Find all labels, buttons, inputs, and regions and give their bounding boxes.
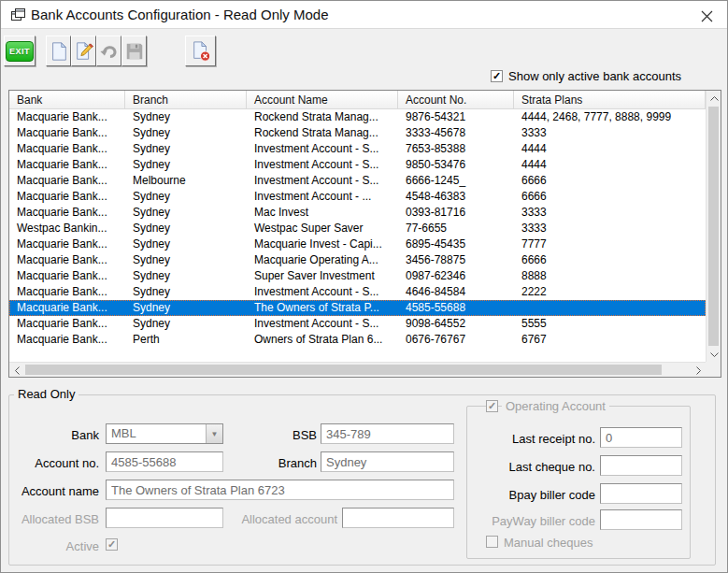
- cell-account: 4585-55688: [398, 300, 514, 316]
- active-label: Active: [20, 539, 99, 553]
- bank-value: MBL: [107, 424, 206, 443]
- cell-name: The Owners of Strata P...: [247, 300, 398, 316]
- show-active-label: Show only active bank accounts: [508, 69, 681, 83]
- table-row[interactable]: Macquarie Bank...SydneyThe Owners of Str…: [9, 300, 706, 316]
- column-header[interactable]: Branch: [125, 91, 247, 109]
- cell-branch: Melbourne: [125, 173, 247, 189]
- cell-plans: 8888: [514, 268, 706, 284]
- cell-account: 4548-46383: [398, 189, 514, 205]
- edit-button[interactable]: [71, 36, 96, 66]
- new-button[interactable]: [46, 36, 71, 66]
- account-name-field[interactable]: [106, 480, 454, 500]
- scroll-right-icon[interactable]: [691, 363, 706, 378]
- payway-biller-label: PayWay biller code: [473, 514, 595, 528]
- cell-bank: Macquarie Bank...: [9, 205, 125, 221]
- cell-account: 9876-54321: [398, 109, 514, 125]
- cell-account: 4646-84584: [398, 284, 514, 300]
- cell-account: 0393-81716: [398, 205, 514, 221]
- table-row[interactable]: Macquarie Bank...SydneyInvestment Accoun…: [9, 141, 706, 157]
- cell-plans: 7777: [514, 236, 706, 252]
- last-receipt-field[interactable]: [600, 427, 682, 448]
- cell-plans: 2222: [514, 284, 706, 300]
- scroll-left-icon[interactable]: [9, 363, 24, 378]
- payway-biller-field[interactable]: [600, 509, 682, 530]
- table-header: BankBranchAccount NameAccount No.Strata …: [9, 91, 706, 109]
- cell-bank: Macquarie Bank...: [9, 300, 125, 316]
- toolbar-group: [46, 36, 147, 66]
- table-row[interactable]: Macquarie Bank...SydneyInvestment Accoun…: [9, 157, 706, 173]
- cell-plans: 3333: [514, 205, 706, 221]
- close-button[interactable]: [696, 6, 717, 26]
- cell-name: Investment Account - S...: [247, 141, 398, 157]
- active-checkbox[interactable]: [106, 538, 118, 551]
- delete-button[interactable]: [185, 36, 216, 66]
- bsb-field[interactable]: [321, 423, 454, 444]
- table-row[interactable]: Macquarie Bank...PerthOwners of Strata P…: [9, 332, 706, 348]
- bpay-biller-field[interactable]: [600, 483, 682, 504]
- exit-button[interactable]: EXIT: [4, 36, 36, 66]
- table-row[interactable]: Macquarie Bank...SydneyMacquarie Invest …: [9, 236, 706, 252]
- cell-name: Westpac Super Saver: [247, 221, 398, 236]
- table-row[interactable]: Macquarie Bank...SydneyMac Invest0393-81…: [9, 205, 706, 221]
- cell-account: 9098-64552: [398, 316, 514, 332]
- cell-name: Investment Account - S...: [247, 284, 398, 300]
- cell-bank: Macquarie Bank...: [9, 141, 125, 157]
- cell-plans: 4444: [514, 141, 706, 157]
- manual-cheques-label: Manual cheques: [504, 536, 616, 550]
- manual-cheques-checkbox[interactable]: [486, 536, 498, 548]
- cell-bank: Macquarie Bank...: [9, 157, 125, 173]
- cell-plans: 5555: [514, 316, 706, 332]
- bpay-biller-label: Bpay biller code: [478, 488, 595, 502]
- table-row[interactable]: Westpac Bankin...SydneyWestpac Super Sav…: [9, 221, 706, 236]
- cell-account: 6895-45435: [398, 236, 514, 252]
- delete-icon: [191, 41, 211, 62]
- account-name-label: Account name: [14, 484, 99, 498]
- cell-branch: Sydney: [125, 236, 247, 252]
- account-no-field[interactable]: [106, 451, 223, 472]
- horizontal-scrollbar[interactable]: [9, 362, 706, 377]
- cell-branch: Sydney: [125, 268, 247, 284]
- cell-name: Owners of Strata Plan 6...: [247, 332, 398, 348]
- vertical-scrollbar[interactable]: [706, 91, 721, 362]
- chevron-down-icon[interactable]: ▼: [206, 424, 222, 443]
- show-active-checkbox[interactable]: [491, 70, 503, 82]
- allocated-account-label: Allocated account: [225, 512, 337, 526]
- cell-account: 3456-78875: [398, 252, 514, 268]
- undo-button[interactable]: [96, 36, 121, 66]
- operating-account-checkbox[interactable]: [486, 400, 498, 412]
- scroll-up-icon[interactable]: [707, 91, 721, 106]
- cell-name: Mac Invest: [247, 205, 398, 221]
- cell-plans: 3333: [514, 125, 706, 141]
- undo-icon: [99, 41, 120, 62]
- column-header[interactable]: Strata Plans: [514, 91, 706, 109]
- allocated-bsb-field[interactable]: [106, 508, 223, 528]
- cell-name: Rockend Strata Manag...: [247, 125, 398, 141]
- cell-bank: Macquarie Bank...: [9, 268, 125, 284]
- branch-field[interactable]: [321, 451, 454, 472]
- table-row[interactable]: Macquarie Bank...SydneyInvestment Accoun…: [9, 284, 706, 300]
- vertical-scroll-thumb[interactable]: [708, 107, 719, 346]
- last-cheque-label: Last cheque no.: [478, 460, 595, 474]
- column-header[interactable]: Account Name: [247, 91, 398, 109]
- branch-label: Branch: [235, 456, 317, 470]
- table-row[interactable]: Macquarie Bank...SydneyRockend Strata Ma…: [9, 109, 706, 125]
- horizontal-scroll-thumb[interactable]: [25, 365, 662, 375]
- last-cheque-field[interactable]: [600, 455, 682, 476]
- scroll-down-icon[interactable]: [707, 347, 721, 362]
- table-row[interactable]: Macquarie Bank...SydneySuper Saver Inves…: [9, 268, 706, 284]
- bank-combobox[interactable]: MBL ▼: [106, 423, 223, 444]
- cell-branch: Sydney: [125, 221, 247, 236]
- cell-plans: 3333: [514, 221, 706, 236]
- cell-bank: Macquarie Bank...: [9, 189, 125, 205]
- titlebar: Bank Accounts Configuration - Read Only …: [1, 1, 727, 29]
- table-row[interactable]: Macquarie Bank...MelbourneInvestment Acc…: [9, 173, 706, 189]
- table-row[interactable]: Macquarie Bank...SydneyInvestment Accoun…: [9, 316, 706, 332]
- table-row[interactable]: Macquarie Bank...SydneyMacquarie Operati…: [9, 252, 706, 268]
- allocated-account-field[interactable]: [342, 508, 454, 528]
- table-row[interactable]: Macquarie Bank...SydneyInvestment Accoun…: [9, 189, 706, 205]
- column-header[interactable]: Bank: [9, 91, 125, 109]
- cell-name: Super Saver Investment: [247, 268, 398, 284]
- save-button[interactable]: [121, 36, 147, 66]
- table-row[interactable]: Macquarie Bank...SydneyRockend Strata Ma…: [9, 125, 706, 141]
- column-header[interactable]: Account No.: [398, 91, 514, 109]
